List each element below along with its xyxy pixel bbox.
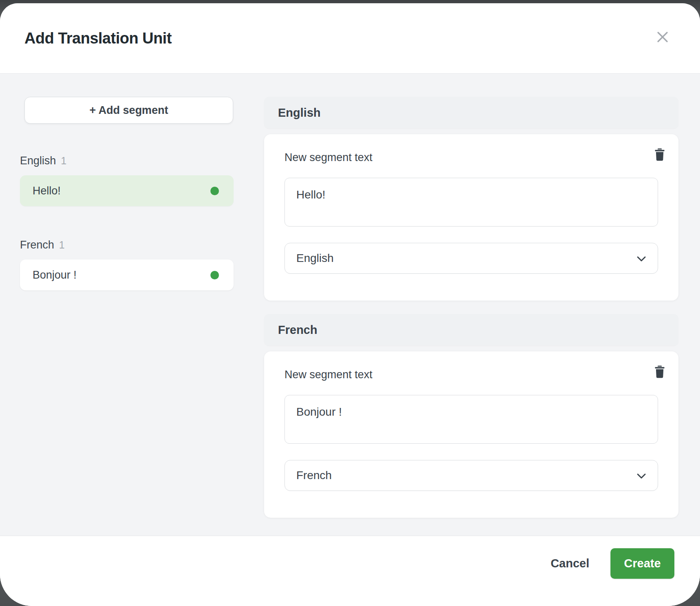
chevron-down-icon <box>637 469 646 482</box>
segment-text-label: New segment text <box>284 368 658 381</box>
segment-text-input[interactable]: Bonjour ! <box>284 395 658 444</box>
dialog-header: Add Translation Unit <box>0 3 700 73</box>
trash-icon <box>653 365 666 380</box>
group-count-badge: 1 <box>61 155 67 166</box>
language-section-title: English <box>278 106 321 120</box>
group-language-label: French <box>20 239 54 251</box>
group-count-badge: 1 <box>59 239 65 251</box>
language-section-title: French <box>278 323 317 337</box>
segment-item-text: Hello! <box>33 185 61 197</box>
dialog-title: Add Translation Unit <box>24 30 172 47</box>
add-translation-unit-dialog: Add Translation Unit + Add segment Engli… <box>0 3 700 606</box>
cancel-button[interactable]: Cancel <box>551 557 589 570</box>
language-select[interactable]: French <box>284 460 658 491</box>
language-select-value: English <box>296 252 334 265</box>
group-label: English1 <box>20 155 234 167</box>
language-select-value: French <box>296 469 332 482</box>
segment-status-dot <box>210 187 219 195</box>
trash-icon <box>653 148 666 163</box>
segment-list-item[interactable]: Bonjour ! <box>20 259 234 290</box>
group-language-label: English <box>20 155 56 167</box>
dialog-body: + Add segment English1 Hello! French1 Bo… <box>0 73 700 536</box>
close-icon <box>656 30 669 45</box>
language-section-french: French New segment text Bonjour ! French <box>264 314 678 518</box>
group-label: French1 <box>20 239 234 251</box>
delete-segment-button[interactable] <box>652 146 668 163</box>
language-section-header: English <box>264 97 678 129</box>
dialog-footer: Cancel Create <box>0 536 700 606</box>
segment-list-item[interactable]: Hello! <box>20 175 234 206</box>
segment-card: New segment text Hello! English <box>264 134 678 301</box>
segment-status-dot <box>210 271 219 279</box>
segment-group-french: French1 Bonjour ! <box>20 239 234 290</box>
segment-editor: English New segment text Hello! English <box>264 97 678 536</box>
segments-sidebar: + Add segment English1 Hello! French1 Bo… <box>20 97 234 536</box>
language-section-english: English New segment text Hello! English <box>264 97 678 301</box>
chevron-down-icon <box>637 252 646 265</box>
create-button[interactable]: Create <box>610 548 674 579</box>
segment-card: New segment text Bonjour ! French <box>264 351 678 518</box>
segment-group-english: English1 Hello! <box>20 155 234 206</box>
language-section-header: French <box>264 314 678 346</box>
segment-item-text: Bonjour ! <box>33 269 77 281</box>
segment-text-label: New segment text <box>284 151 658 164</box>
segment-text-input[interactable]: Hello! <box>284 178 658 227</box>
add-segment-button[interactable]: + Add segment <box>24 97 233 124</box>
close-button[interactable] <box>654 28 672 46</box>
delete-segment-button[interactable] <box>652 364 668 381</box>
language-select[interactable]: English <box>284 243 658 274</box>
